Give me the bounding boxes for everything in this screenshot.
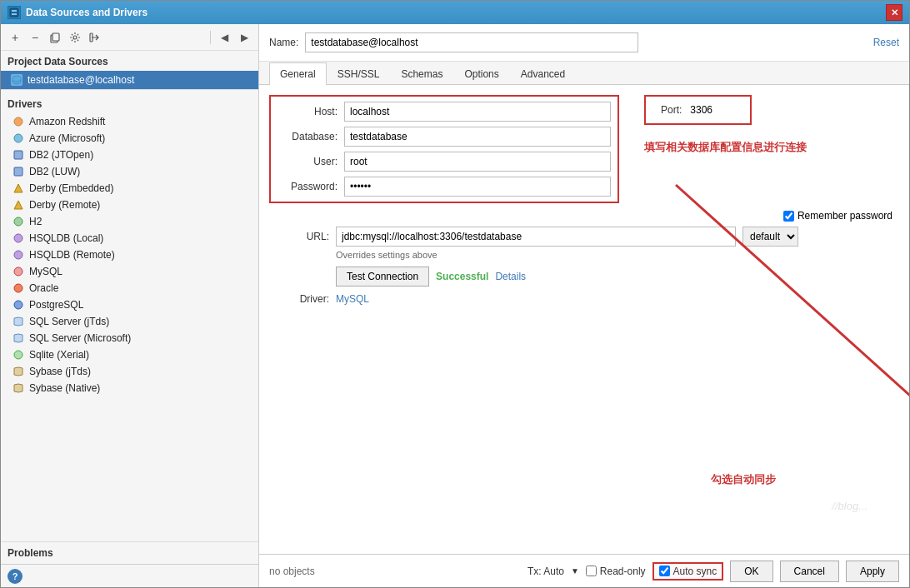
driver-item-db2-jtopen[interactable]: DB2 (JTOpen)	[1, 147, 258, 163]
database-input[interactable]	[344, 127, 611, 147]
ok-button[interactable]: OK	[730, 561, 772, 582]
remember-password-checkbox[interactable]	[783, 211, 794, 222]
driver-item-sybase-native[interactable]: Sybase (Native)	[1, 380, 258, 396]
database-icon	[11, 74, 22, 86]
svg-point-16	[14, 284, 22, 292]
svg-point-13	[14, 234, 22, 242]
test-connection-row: Test Connection Successful Details	[269, 267, 899, 287]
driver-item-azure[interactable]: Azure (Microsoft)	[1, 130, 258, 147]
port-label: Port:	[661, 104, 682, 116]
driver-item-sybase-jtds[interactable]: Sybase (jTds)	[1, 363, 258, 380]
driver-label: PostgreSQL	[29, 299, 83, 311]
title-bar-title: Data Sources and Drivers	[26, 7, 886, 18]
tx-dropdown-arrow[interactable]: ▼	[571, 566, 579, 576]
tab-options[interactable]: Options	[453, 62, 509, 85]
problems-section: Problems	[1, 541, 258, 564]
url-suffix-select[interactable]: default	[742, 227, 798, 247]
user-input[interactable]	[344, 152, 611, 172]
host-row: Host:	[278, 102, 611, 122]
problems-label: Problems	[8, 547, 53, 559]
details-link[interactable]: Details	[495, 271, 526, 282]
driver-item-oracle[interactable]: Oracle	[1, 280, 258, 296]
left-toolbar: + − ◀ ▶	[1, 24, 258, 51]
separator	[210, 31, 211, 44]
cancel-button[interactable]: Cancel	[780, 561, 839, 582]
driver-item-db2-luw[interactable]: DB2 (LUW)	[1, 163, 258, 180]
driver-item-hsqldb-remote[interactable]: HSQLDB (Remote)	[1, 247, 258, 263]
test-connection-button[interactable]: Test Connection	[336, 267, 429, 287]
apply-button[interactable]: Apply	[846, 561, 899, 582]
copy-button[interactable]	[46, 28, 64, 47]
database-row: Database:	[278, 127, 611, 147]
auto-sync-text: Auto sync	[673, 566, 718, 577]
user-label: User:	[278, 156, 344, 167]
user-row: User:	[278, 152, 611, 172]
tab-bar: General SSH/SSL Schemas Options Advanced	[259, 62, 909, 85]
project-item-label: testdatabase@localhost	[28, 74, 134, 86]
right-panel: Name: Reset General SSH/SSL Schemas Opti…	[259, 24, 909, 587]
bottom-right-controls: Tx: Auto ▼ Read-only Auto sync OK Cancel…	[528, 561, 899, 582]
driver-label: MySQL	[29, 266, 62, 277]
driver-label: Sqlite (Xerial)	[29, 349, 89, 361]
test-status: Successful	[436, 271, 488, 282]
driver-item-postgresql[interactable]: PostgreSQL	[1, 296, 258, 313]
driver-item-amazon-redshift[interactable]: Amazon Redshift	[1, 113, 258, 130]
tab-schemas[interactable]: Schemas	[390, 62, 453, 85]
driver-item-derby-embedded[interactable]: Derby (Embedded)	[1, 180, 258, 197]
svg-point-17	[14, 301, 22, 309]
host-label: Host:	[278, 106, 344, 117]
password-label: Password:	[278, 181, 344, 192]
tab-ssh-ssl[interactable]: SSH/SSL	[327, 62, 391, 85]
driver-item-sql-server-microsoft[interactable]: SQL Server (Microsoft)	[1, 330, 258, 346]
name-input[interactable]	[305, 32, 638, 52]
password-input[interactable]	[344, 177, 611, 197]
driver-item-sqlite[interactable]: Sqlite (Xerial)	[1, 346, 258, 363]
auto-sync-checkbox[interactable]	[659, 566, 670, 576]
main-window: Data Sources and Drivers ✕ + − ◀ ▶	[0, 0, 910, 588]
svg-rect-0	[10, 8, 18, 17]
forward-button[interactable]: ▶	[235, 28, 253, 47]
url-input[interactable]	[336, 227, 736, 247]
driver-label: DB2 (JTOpen)	[29, 149, 93, 161]
host-input[interactable]	[344, 102, 611, 122]
port-input[interactable]	[687, 100, 745, 120]
driver-label: Derby (Embedded)	[29, 182, 113, 194]
drivers-section-header: Drivers	[1, 89, 258, 113]
driver-item-h2[interactable]: H2	[1, 213, 258, 230]
driver-item-sql-server-jtds[interactable]: SQL Server (jTds)	[1, 313, 258, 330]
project-item-testdatabase[interactable]: testdatabase@localhost	[1, 71, 258, 89]
remove-button[interactable]: −	[26, 28, 44, 47]
driver-item-mysql[interactable]: MySQL	[1, 263, 258, 280]
tab-general[interactable]: General	[269, 62, 327, 85]
svg-rect-10	[14, 151, 22, 159]
url-label: URL:	[269, 231, 336, 242]
content-area: + − ◀ ▶ Project Data Sources	[1, 24, 909, 587]
driver-row: Driver: MySQL	[269, 293, 899, 305]
form-area: Host: Database: User:	[259, 85, 909, 554]
settings-button[interactable]	[66, 28, 84, 47]
close-button[interactable]: ✕	[886, 4, 902, 21]
driver-item-derby-remote[interactable]: Derby (Remote)	[1, 197, 258, 213]
help-button[interactable]: ?	[8, 569, 22, 584]
overrides-text: Overrides settings above	[269, 250, 899, 260]
read-only-text: Read-only	[600, 566, 646, 577]
port-area: Port: 填写相关数据库配置信息进行连接	[644, 95, 807, 155]
tab-advanced[interactable]: Advanced	[510, 62, 576, 85]
driver-label: Azure (Microsoft)	[29, 132, 105, 144]
password-row: Password:	[278, 177, 611, 197]
driver-field-label: Driver:	[269, 293, 336, 305]
name-row: Name: Reset	[259, 24, 909, 62]
back-button[interactable]: ◀	[215, 28, 233, 47]
read-only-checkbox[interactable]	[586, 566, 597, 576]
port-row: Port:	[644, 95, 752, 125]
svg-point-9	[14, 134, 22, 142]
svg-rect-6	[90, 33, 92, 42]
driver-list: Amazon Redshift Azure (Microsoft) DB2 (J…	[1, 113, 258, 541]
driver-label: Oracle	[29, 282, 58, 294]
driver-value[interactable]: MySQL	[336, 293, 369, 305]
import-button[interactable]	[86, 28, 104, 47]
driver-item-hsqldb-local[interactable]: HSQLDB (Local)	[1, 230, 258, 247]
add-button[interactable]: +	[6, 28, 24, 47]
driver-label: Amazon Redshift	[29, 116, 105, 127]
reset-link[interactable]: Reset	[873, 37, 899, 48]
